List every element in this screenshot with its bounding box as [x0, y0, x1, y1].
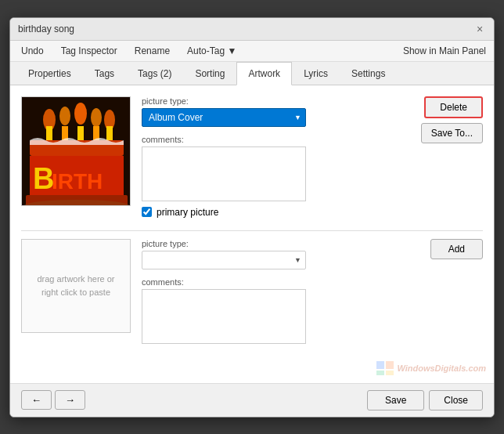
nav-forward-button[interactable]: →	[55, 390, 85, 410]
svg-rect-19	[376, 371, 384, 375]
tab-settings[interactable]: Settings	[340, 62, 397, 85]
action-buttons2: Add	[430, 239, 483, 259]
title-bar: birthday song ×	[10, 18, 494, 41]
picture-type-wrapper2: Album Cover Artist Photo Band Logo	[142, 251, 306, 269]
save-button[interactable]: Save	[367, 390, 424, 410]
comments-textarea2[interactable]	[142, 289, 306, 344]
menu-undo[interactable]: Undo	[18, 44, 47, 58]
delete-button[interactable]: Delete	[424, 96, 483, 118]
svg-rect-10	[106, 126, 113, 142]
picture-type-wrapper: Album Cover	[142, 108, 306, 127]
action-buttons: Delete Save To...	[421, 96, 483, 143]
nav-back-button[interactable]: ←	[21, 390, 52, 410]
bottom-artwork-section: drag artwork here or right click to past…	[21, 239, 483, 346]
primary-picture-row: primary picture	[142, 207, 483, 218]
close-button[interactable]: Close	[429, 390, 483, 410]
svg-point-4	[91, 108, 102, 127]
svg-rect-18	[386, 361, 394, 369]
artwork-details-bottom: picture type: Album Cover Artist Photo B…	[142, 239, 483, 346]
watermark-logo	[376, 361, 394, 375]
tab-artwork[interactable]: Artwork	[236, 62, 292, 85]
save-to-button[interactable]: Save To...	[421, 123, 483, 143]
add-button[interactable]: Add	[430, 239, 483, 259]
svg-point-2	[59, 107, 70, 125]
tab-properties[interactable]: Properties	[16, 62, 83, 85]
show-main-panel-button[interactable]: Show in Main Panel	[403, 45, 486, 56]
comments-textarea[interactable]	[142, 146, 306, 201]
menu-bar-left: Undo Tag Inspector Rename Auto-Tag ▼	[18, 44, 239, 58]
tab-lyrics[interactable]: Lyrics	[292, 62, 340, 85]
window-close-button[interactable]: ×	[473, 23, 486, 35]
svg-text:IRTH: IRTH	[52, 169, 103, 193]
watermark-text: WindowsDigitals.com	[397, 363, 486, 373]
tab-tags2[interactable]: Tags (2)	[126, 62, 183, 85]
comments-label: comments:	[142, 135, 409, 144]
menu-tag-inspector[interactable]: Tag Inspector	[58, 44, 121, 58]
drag-placeholder-text: drag artwork here or right click to past…	[28, 273, 124, 298]
svg-rect-6	[46, 126, 52, 142]
tabs-bar: Properties Tags Tags (2) Sorting Artwork…	[10, 62, 494, 85]
menu-rename[interactable]: Rename	[131, 44, 173, 58]
primary-picture-checkbox[interactable]	[142, 207, 152, 217]
bottom-right-buttons: Save Close	[367, 390, 483, 410]
bottom-bar: ← → Save Close	[10, 383, 494, 417]
artwork-details: picture type: Album Cover comments: Dele…	[142, 96, 483, 218]
tab-sorting[interactable]: Sorting	[183, 62, 236, 85]
svg-rect-20	[386, 371, 394, 375]
svg-rect-17	[376, 361, 384, 369]
menu-auto-tag[interactable]: Auto-Tag ▼	[184, 44, 239, 58]
svg-point-3	[74, 103, 87, 125]
window-title: birthday song	[18, 24, 74, 34]
artwork-placeholder[interactable]: drag artwork here or right click to past…	[21, 239, 131, 333]
nav-buttons: ← →	[21, 390, 85, 410]
picture-type-select[interactable]: Album Cover	[142, 108, 306, 127]
picture-type-select2[interactable]: Album Cover Artist Photo Band Logo	[142, 251, 306, 269]
tab-tags[interactable]: Tags	[83, 62, 126, 85]
artwork-thumbnail: B IRTH	[21, 96, 131, 206]
primary-picture-label: primary picture	[157, 207, 218, 218]
top-artwork-section: B IRTH picture type: Album Cover	[21, 96, 483, 218]
picture-type-label2: picture type:	[142, 239, 418, 248]
picture-type-label: picture type:	[142, 96, 409, 106]
section-divider	[21, 230, 483, 231]
content-area: B IRTH picture type: Album Cover	[10, 85, 494, 383]
svg-rect-8	[77, 126, 84, 142]
menu-bar: Undo Tag Inspector Rename Auto-Tag ▼ Sho…	[10, 41, 494, 62]
comments-label2: comments:	[142, 277, 418, 287]
